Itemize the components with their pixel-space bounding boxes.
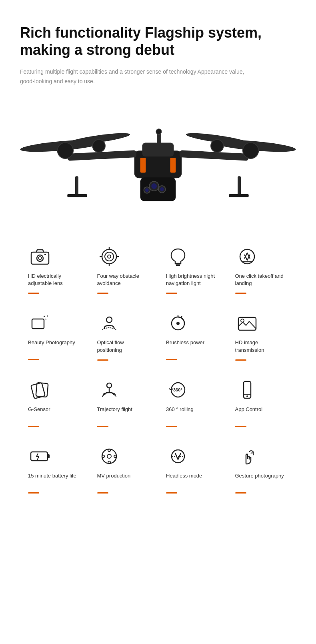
feature-line-trajectory <box>97 426 108 427</box>
svg-rect-27 <box>31 252 49 264</box>
feature-line-takeoff <box>235 293 246 294</box>
brushless-icon <box>166 312 190 334</box>
svg-rect-60 <box>31 452 48 461</box>
battery-icon <box>28 445 52 467</box>
svg-rect-14 <box>75 176 78 196</box>
svg-point-55 <box>107 383 112 388</box>
page-wrapper: Rich functionality Flagship system, maki… <box>0 0 316 517</box>
svg-point-63 <box>107 454 111 458</box>
feature-item-rolling: 360° 360 ° rolling <box>158 368 227 434</box>
feature-label-headless: Headless mode <box>166 472 202 487</box>
feature-label-takeoff: One click takeoff and landing <box>235 273 288 287</box>
svg-point-67 <box>114 455 116 457</box>
feature-line-optical-flow <box>97 359 108 361</box>
svg-point-26 <box>156 129 162 134</box>
feature-label-rolling: 360 ° rolling <box>166 406 194 420</box>
feature-line-beauty <box>28 359 39 360</box>
svg-point-50 <box>176 322 180 325</box>
svg-line-49 <box>181 316 182 318</box>
feature-item-obstacle: Four way obstacle avoidance <box>89 235 158 301</box>
svg-point-24 <box>145 188 149 192</box>
svg-point-46 <box>106 317 112 323</box>
svg-text:360°: 360° <box>173 387 182 392</box>
feature-label-mv: MV production <box>97 472 131 487</box>
feature-item-headless: Headless mode <box>158 434 227 501</box>
svg-rect-16 <box>238 176 241 196</box>
drone-image-area <box>20 102 296 215</box>
feature-line-hd-lens <box>28 293 39 294</box>
feature-item-app: App Control <box>227 368 296 434</box>
feature-item-gsensor: G-Sensor <box>20 368 89 434</box>
image-icon <box>235 312 259 334</box>
mv-icon <box>97 445 121 467</box>
camera-icon <box>28 246 52 268</box>
feature-label-obstacle: Four way obstacle avoidance <box>97 273 150 287</box>
svg-point-59 <box>246 395 248 397</box>
features-grid: HD electrically adjustable lens Four way… <box>20 235 296 501</box>
feature-item-hd-lens: HD electrically adjustable lens <box>20 235 89 301</box>
feature-line-gesture <box>235 492 246 494</box>
feature-item-battery: 15 minute battery life <box>20 434 89 501</box>
svg-point-65 <box>108 461 110 463</box>
feature-item-takeoff: One click takeoff and landing <box>227 235 296 301</box>
svg-point-12 <box>92 140 105 152</box>
feature-line-battery <box>28 492 39 494</box>
gsensor-icon <box>28 379 52 401</box>
target-icon <box>97 246 121 268</box>
feature-item-gesture: Gesture photography <box>227 434 296 501</box>
phone-icon <box>235 379 259 401</box>
svg-rect-6 <box>140 158 146 173</box>
page-subtitle: Featuring multiple flight capabilities a… <box>20 67 260 86</box>
drone-illustration <box>20 102 296 215</box>
feature-item-mv: MV production <box>89 434 158 501</box>
feature-label-night-light: High brightness night navigation light <box>166 273 219 287</box>
feature-item-hd-image: HD image transmission <box>227 301 296 367</box>
trajectory-icon <box>97 379 121 401</box>
feature-label-hd-image: HD image transmission <box>235 339 288 353</box>
svg-text:+: + <box>46 314 48 318</box>
svg-point-10 <box>58 143 73 158</box>
feature-label-gesture: Gesture photography <box>235 472 284 487</box>
svg-rect-42 <box>32 319 44 329</box>
feature-label-app: App Control <box>235 406 263 420</box>
gesture-icon <box>235 445 259 467</box>
feature-line-hd-image <box>235 359 246 361</box>
svg-point-13 <box>211 140 224 152</box>
svg-rect-30 <box>44 254 46 255</box>
rolling-icon: 360° <box>166 379 190 401</box>
feature-label-beauty: Beauty Photography <box>28 339 75 353</box>
feature-label-trajectory: Trajectory flight <box>97 406 132 420</box>
feature-label-battery: 15 minute battery life <box>28 472 76 487</box>
feature-line-brushless <box>166 359 177 360</box>
svg-rect-15 <box>67 194 87 197</box>
feature-item-trajectory: Trajectory flight <box>89 368 158 434</box>
feature-label-gsensor: G-Sensor <box>28 406 50 420</box>
feature-item-brushless: Brushless power <box>158 301 227 367</box>
optical-icon <box>97 312 121 334</box>
feature-label-hd-lens: HD electrically adjustable lens <box>28 273 81 287</box>
feature-line-gsensor <box>28 426 39 427</box>
feature-line-app <box>235 426 246 427</box>
feature-label-brushless: Brushless power <box>166 339 204 353</box>
feature-line-headless <box>166 492 177 494</box>
svg-point-22 <box>160 187 164 191</box>
svg-rect-17 <box>229 194 248 197</box>
svg-point-29 <box>38 257 42 260</box>
feature-line-rolling <box>166 426 177 427</box>
svg-text:✦: ✦ <box>43 315 46 318</box>
svg-rect-5 <box>142 143 174 157</box>
svg-point-11 <box>243 143 258 158</box>
feature-line-night-light <box>166 293 177 294</box>
svg-point-20 <box>151 183 157 189</box>
svg-rect-61 <box>48 454 50 458</box>
beauty-icon: + + ✦ <box>28 312 52 334</box>
feature-line-mv <box>97 492 108 494</box>
svg-rect-7 <box>170 158 176 173</box>
feature-item-beauty: + + ✦ Beauty Photography <box>20 301 89 367</box>
svg-point-33 <box>108 255 111 258</box>
feature-label-optical-flow: Optical flow positioning <box>97 339 150 353</box>
svg-point-52 <box>241 319 244 322</box>
feature-item-night-light: High brightness night navigation light <box>158 235 227 301</box>
svg-point-28 <box>37 255 43 261</box>
headless-icon <box>166 445 190 467</box>
